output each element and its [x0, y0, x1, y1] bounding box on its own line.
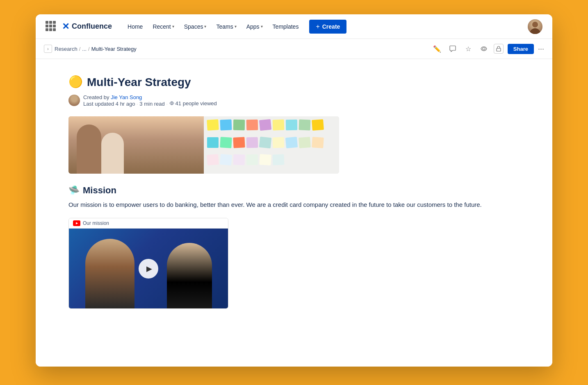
sticky-note — [312, 119, 324, 131]
meta-row: Created by Jie Yan SongLast updated 4 hr… — [68, 94, 520, 107]
page-title-row: 🟡 Multi-Year Strategy — [68, 75, 520, 89]
create-button[interactable]: + Create — [309, 20, 346, 34]
video-thumbnail[interactable] — [69, 229, 228, 308]
mission-text: Our mission is to empower users to do ba… — [68, 200, 520, 210]
nav-recent[interactable]: Recent ▾ — [148, 21, 178, 32]
nav-templates[interactable]: Templates — [269, 21, 303, 32]
sticky-note — [273, 120, 285, 131]
top-navigation: ✕ Confluence Home Recent ▾ Spaces ▾ Team… — [36, 14, 552, 39]
grid-icon[interactable] — [46, 21, 57, 32]
video-label: Our mission — [83, 220, 109, 226]
comment-icon[interactable] — [447, 43, 458, 54]
video-label-bar: Our mission — [69, 218, 228, 229]
sticky-note — [207, 154, 219, 165]
avatar[interactable] — [528, 19, 542, 34]
watch-icon[interactable] — [478, 43, 490, 54]
sticky-note — [233, 137, 245, 148]
sticky-note — [273, 137, 285, 148]
sticky-note — [312, 137, 324, 148]
nav-spaces[interactable]: Spaces ▾ — [180, 21, 211, 32]
breadcrumb-bar: › Research / ... / Multi-Year Strategy ✏… — [36, 39, 552, 59]
sticky-note — [220, 137, 232, 148]
hero-image — [68, 116, 339, 174]
sticky-note — [207, 119, 219, 131]
lock-icon[interactable] — [494, 44, 504, 54]
sticky-note — [259, 119, 271, 131]
svg-rect-1 — [497, 48, 501, 51]
breadcrumb: Research / ... / Multi-Year Strategy — [55, 46, 429, 52]
breadcrumb-sep-2: / — [88, 46, 90, 52]
chevron-down-icon: ▾ — [204, 24, 206, 29]
sticky-note — [233, 120, 245, 130]
breadcrumb-ellipsis[interactable]: ... — [82, 46, 87, 52]
main-content: 🟡 Multi-Year Strategy Created by Jie Yan… — [36, 59, 552, 367]
breadcrumb-current: Multi-Year Strategy — [91, 46, 137, 52]
nav-apps[interactable]: Apps ▾ — [242, 21, 267, 32]
svg-point-2 — [171, 102, 173, 104]
confluence-logo[interactable]: ✕ Confluence — [62, 21, 112, 32]
sticky-note — [246, 154, 258, 165]
sticky-note — [207, 137, 219, 148]
mission-icon: 🛸 — [68, 185, 80, 196]
sticky-note — [246, 120, 258, 131]
chevron-right-icon: › — [47, 47, 48, 51]
person-silhouette-left — [85, 239, 134, 308]
person-silhouette — [101, 133, 124, 174]
meta-info: Created by Jie Yan SongLast updated 4 hr… — [83, 94, 217, 107]
sticky-note — [259, 136, 272, 148]
play-button[interactable] — [139, 259, 158, 279]
chevron-down-icon: ▾ — [172, 24, 174, 29]
nav-home[interactable]: Home — [123, 21, 147, 32]
sticky-note — [299, 120, 311, 131]
breadcrumb-actions: ✏️ ☆ Share ··· — [431, 43, 544, 54]
sidebar-toggle[interactable]: › — [44, 45, 52, 53]
sticky-note — [273, 154, 285, 165]
sticky-note — [259, 154, 271, 166]
breadcrumb-sep-1: / — [79, 46, 81, 52]
svg-point-0 — [483, 48, 485, 50]
avatar-image — [528, 19, 542, 34]
breadcrumb-research[interactable]: Research — [55, 46, 77, 52]
mission-section-title-row: 🛸 Mission — [68, 185, 520, 196]
sticky-note — [220, 120, 232, 131]
sticky-note — [286, 120, 297, 130]
edit-icon[interactable]: ✏️ — [431, 43, 443, 54]
page-title: Multi-Year Strategy — [87, 75, 191, 89]
hero-right-panel — [204, 116, 339, 174]
sticky-note — [233, 154, 245, 165]
nav-teams[interactable]: Teams ▾ — [212, 21, 240, 32]
nav-links: Home Recent ▾ Spaces ▾ Teams ▾ Apps ▾ Te… — [123, 21, 303, 32]
youtube-icon — [73, 220, 80, 226]
chevron-down-icon: ▾ — [235, 24, 237, 29]
confluence-logo-text: Confluence — [72, 22, 112, 31]
sticky-note — [220, 154, 232, 166]
person-silhouette-right — [167, 243, 212, 308]
author-avatar — [68, 95, 80, 106]
browser-window: ✕ Confluence Home Recent ▾ Spaces ▾ Team… — [36, 14, 552, 367]
sticky-note — [285, 137, 298, 148]
more-options-icon[interactable]: ··· — [538, 45, 544, 53]
sticky-note — [299, 137, 311, 148]
hero-left-panel — [68, 116, 204, 174]
sticky-note — [246, 137, 258, 148]
confluence-logo-icon: ✕ — [62, 21, 69, 32]
mission-title: Mission — [83, 185, 116, 196]
chevron-down-icon: ▾ — [261, 24, 263, 29]
star-icon[interactable]: ☆ — [463, 43, 474, 54]
share-button[interactable]: Share — [508, 44, 534, 54]
video-embed: Our mission — [68, 218, 228, 309]
plus-icon: + — [316, 23, 319, 30]
page-title-icon: 🟡 — [68, 76, 83, 88]
